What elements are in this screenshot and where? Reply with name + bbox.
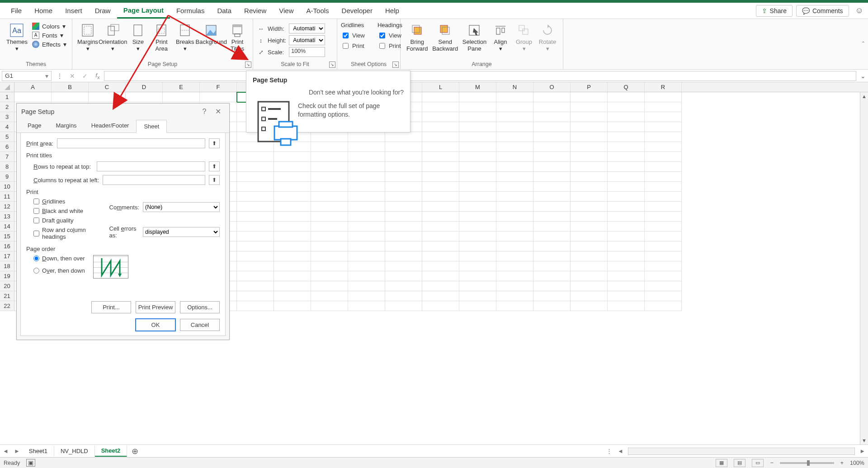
cell[interactable]: [496, 162, 533, 172]
cell[interactable]: [496, 132, 533, 142]
cell[interactable]: [459, 132, 496, 142]
cell[interactable]: [608, 271, 645, 281]
cell[interactable]: [274, 291, 311, 301]
cell[interactable]: [459, 152, 496, 162]
cell[interactable]: [571, 232, 608, 241]
row-header[interactable]: 11: [0, 192, 14, 202]
dialog-print-button[interactable]: Print...: [91, 301, 131, 313]
row-header[interactable]: 22: [0, 301, 14, 311]
cell[interactable]: [348, 222, 385, 232]
cell[interactable]: [311, 182, 348, 192]
cell[interactable]: [237, 202, 274, 212]
cell[interactable]: [496, 122, 533, 132]
scroll-down-icon[interactable]: ▼: [860, 436, 868, 444]
cell[interactable]: [571, 112, 608, 122]
rows-repeat-range-button[interactable]: ⬆: [209, 161, 220, 171]
cell[interactable]: [348, 271, 385, 281]
cell[interactable]: [533, 132, 571, 142]
row-header[interactable]: 19: [0, 271, 14, 281]
cell[interactable]: [571, 251, 608, 261]
cell[interactable]: [645, 301, 682, 311]
fonts-button[interactable]: AFonts ▾: [32, 32, 66, 39]
cols-repeat-range-button[interactable]: ⬆: [209, 175, 220, 185]
cell[interactable]: [422, 202, 459, 212]
cell[interactable]: [608, 251, 645, 261]
cell[interactable]: [459, 251, 496, 261]
cell[interactable]: [645, 232, 682, 241]
sheet-tab-sheet2[interactable]: Sheet2: [95, 445, 127, 457]
cell[interactable]: [348, 261, 385, 271]
gridlines-check[interactable]: Gridlines: [33, 198, 96, 205]
sheet-nav-next-icon[interactable]: ►: [11, 448, 23, 454]
cell[interactable]: [274, 261, 311, 271]
breaks-button[interactable]: Breaks▾: [173, 22, 197, 53]
cell[interactable]: [571, 291, 608, 301]
cell[interactable]: [385, 241, 422, 251]
scale-pct-input[interactable]: 100%: [289, 47, 325, 57]
cell[interactable]: [348, 152, 385, 162]
cell[interactable]: [348, 182, 385, 192]
tab-review[interactable]: Review: [238, 3, 273, 19]
zoom-out-button[interactable]: −: [770, 460, 773, 466]
cell[interactable]: [348, 212, 385, 222]
tab-help[interactable]: Help: [379, 3, 406, 19]
cell[interactable]: [608, 152, 645, 162]
sheet-split-icon[interactable]: ⋮: [604, 448, 615, 454]
tab-insert[interactable]: Insert: [59, 3, 89, 19]
cell[interactable]: [274, 162, 311, 172]
cell[interactable]: [496, 271, 533, 281]
tab-data[interactable]: Data: [211, 3, 238, 19]
cell[interactable]: [385, 271, 422, 281]
cell[interactable]: [533, 192, 571, 202]
cell[interactable]: [533, 202, 571, 212]
cell[interactable]: [645, 182, 682, 192]
cell[interactable]: [645, 132, 682, 142]
cell[interactable]: [311, 142, 348, 152]
cell[interactable]: [533, 152, 571, 162]
cell[interactable]: [348, 172, 385, 182]
cell[interactable]: [496, 232, 533, 241]
cell[interactable]: [311, 192, 348, 202]
row-header[interactable]: 21: [0, 291, 14, 301]
cell[interactable]: [422, 261, 459, 271]
row-header[interactable]: 15: [0, 232, 14, 241]
cell[interactable]: [571, 162, 608, 172]
cell[interactable]: [200, 92, 237, 102]
over-then-down-radio[interactable]: Over, then down: [33, 267, 85, 274]
cell[interactable]: [459, 261, 496, 271]
cell[interactable]: [237, 222, 274, 232]
cell[interactable]: [348, 301, 385, 311]
selection-pane-button[interactable]: Selection Pane: [460, 22, 489, 53]
cell[interactable]: [645, 112, 682, 122]
cell[interactable]: [237, 271, 274, 281]
cell[interactable]: [645, 172, 682, 182]
row-header[interactable]: 3: [0, 112, 14, 122]
black-white-check[interactable]: Black and white: [33, 208, 96, 214]
cell[interactable]: [237, 281, 274, 291]
cell[interactable]: [608, 172, 645, 182]
cell[interactable]: [533, 301, 571, 311]
formula-input[interactable]: [104, 71, 856, 81]
share-button[interactable]: ⇪Share: [756, 5, 793, 17]
collapse-ribbon-icon[interactable]: ˆ: [862, 41, 864, 48]
enter-icon[interactable]: ✓: [79, 72, 91, 80]
zoom-level[interactable]: 100%: [850, 460, 864, 466]
size-button[interactable]: Size▾: [126, 22, 150, 53]
cell[interactable]: [533, 232, 571, 241]
cell[interactable]: [459, 142, 496, 152]
sheet-tab-sheet1[interactable]: Sheet1: [23, 446, 54, 456]
cell[interactable]: [645, 122, 682, 132]
cell[interactable]: [459, 212, 496, 222]
cell[interactable]: [533, 212, 571, 222]
cell[interactable]: [533, 261, 571, 271]
cell[interactable]: [274, 281, 311, 291]
cell[interactable]: [608, 132, 645, 142]
cell[interactable]: [608, 122, 645, 132]
cell[interactable]: [274, 172, 311, 182]
zoom-slider[interactable]: [780, 462, 834, 464]
orientation-button[interactable]: Orientation▾: [99, 22, 126, 53]
colors-button[interactable]: Colors ▾: [32, 23, 66, 30]
tab-atools[interactable]: A-Tools: [300, 3, 335, 19]
cell[interactable]: [385, 202, 422, 212]
cell[interactable]: [422, 271, 459, 281]
